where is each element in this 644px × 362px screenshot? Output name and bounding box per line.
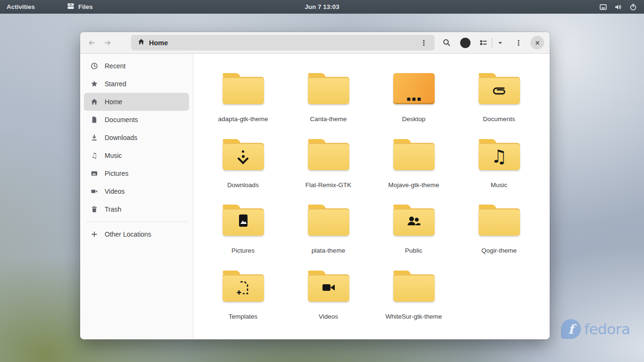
close-icon: [534, 40, 541, 46]
kebab-icon: [515, 39, 522, 47]
fedora-logo-icon: f: [561, 319, 581, 339]
file-grid: adapta-gtk-themeCanta-themeDesktopDocume…: [193, 54, 550, 336]
app-name-label: Files: [78, 3, 93, 10]
music-note-icon: ♫: [491, 148, 507, 165]
file-item[interactable]: Mojave-gtk-theme: [371, 139, 456, 205]
file-item[interactable]: ♫Music: [456, 139, 542, 205]
sidebar-item-label: Downloads: [105, 134, 137, 141]
star-icon: [91, 80, 98, 88]
sidebar-item-label: Documents: [105, 116, 138, 123]
file-item[interactable]: Desktop: [371, 73, 456, 139]
sidebar-item-label: Recent: [105, 62, 125, 70]
file-name: Documents: [483, 115, 515, 124]
power-icon[interactable]: [629, 3, 637, 11]
path-bar[interactable]: Home: [131, 35, 435, 50]
fedora-logo-text: fedora: [584, 321, 630, 337]
menu-button[interactable]: [512, 36, 526, 50]
folder-icon: [223, 271, 264, 302]
document-icon: [91, 116, 98, 123]
sidebar-item-label: Home: [105, 98, 122, 106]
view-options-dropdown[interactable]: [495, 36, 506, 50]
folder-icon: [223, 139, 264, 170]
file-item[interactable]: Templates: [200, 271, 286, 337]
list-view-button[interactable]: [477, 36, 489, 50]
view-toggle-group: [477, 36, 506, 50]
sidebar-item-label: Videos: [105, 188, 125, 195]
sidebar-item-documents[interactable]: Documents: [84, 111, 189, 129]
focused-app-menu[interactable]: Files: [64, 0, 96, 14]
file-item[interactable]: Flat-Remix-GTK: [286, 139, 371, 205]
sidebar-item-downloads[interactable]: Downloads: [84, 129, 189, 147]
close-button[interactable]: [530, 36, 544, 49]
file-name: Canta-theme: [310, 115, 347, 124]
folder-icon: ♫: [479, 139, 520, 170]
sidebar-item-videos[interactable]: Videos: [84, 182, 189, 200]
dark-circle-indicator[interactable]: [458, 36, 472, 50]
file-name: Templates: [229, 313, 258, 321]
sidebar-item-starred[interactable]: Starred: [84, 75, 189, 93]
folder-icon: [223, 73, 264, 104]
folder-icon: [393, 205, 435, 236]
people-icon: [405, 213, 423, 231]
file-item[interactable]: Public: [371, 205, 456, 271]
sidebar-item-trash[interactable]: Trash: [84, 200, 189, 218]
file-item[interactable]: Videos: [286, 271, 371, 337]
file-item[interactable]: Qogir-theme: [456, 205, 542, 271]
sidebar-item-music[interactable]: ♫Music: [84, 147, 189, 165]
search-button[interactable]: [439, 36, 454, 50]
network-icon[interactable]: [599, 3, 607, 11]
header-bar: Home: [80, 32, 550, 54]
file-item[interactable]: Documents: [456, 73, 542, 139]
home-icon: [138, 38, 145, 47]
sidebar-item-pictures[interactable]: Pictures: [84, 165, 189, 182]
sidebar-item-recent[interactable]: Recent: [84, 57, 189, 75]
video-camera-icon: [319, 279, 338, 297]
folder-icon: [223, 205, 264, 236]
download-icon: [91, 134, 98, 141]
clock-button[interactable]: Jun 7 13:03: [305, 3, 339, 10]
list-view-icon: [479, 39, 487, 47]
file-name: Flat-Remix-GTK: [305, 181, 352, 190]
sidebar-item-other-locations[interactable]: Other Locations: [84, 225, 189, 243]
back-button[interactable]: [85, 36, 98, 50]
folder-icon: [479, 73, 520, 104]
music-note-icon: ♫: [91, 152, 98, 159]
file-item[interactable]: adapta-gtk-theme: [200, 73, 286, 139]
file-item[interactable]: Downloads: [200, 139, 286, 205]
template-doc-icon: [234, 279, 253, 297]
file-item[interactable]: Pictures: [200, 205, 286, 271]
paperclip-icon: [490, 81, 509, 100]
path-label: Home: [149, 39, 417, 47]
download-arrow-icon: [239, 150, 247, 163]
forward-button[interactable]: [101, 36, 114, 50]
activities-button[interactable]: Activities: [0, 0, 41, 14]
folder-icon: [308, 139, 349, 170]
sidebar: RecentStarredHomeDocumentsDownloads♫Musi…: [80, 54, 193, 339]
fedora-watermark: f fedora: [561, 319, 630, 339]
image-icon: [91, 170, 98, 177]
file-name: Public: [405, 247, 422, 255]
volume-icon[interactable]: [614, 3, 622, 11]
search-icon: [443, 39, 451, 47]
file-name: adapta-gtk-theme: [218, 115, 268, 124]
file-name: Downloads: [227, 181, 259, 190]
clock-icon: [91, 62, 98, 70]
sidebar-item-label: Trash: [105, 206, 121, 213]
divider: [492, 38, 492, 48]
path-menu-button[interactable]: [417, 36, 431, 50]
video-camera-icon: [91, 188, 98, 195]
file-item[interactable]: Canta-theme: [286, 73, 371, 139]
file-name: Mojave-gtk-theme: [388, 181, 439, 190]
folder-icon: [479, 205, 520, 236]
kebab-icon: [420, 39, 428, 47]
sidebar-item-label: Pictures: [105, 170, 129, 177]
file-item[interactable]: plata-theme: [286, 205, 371, 271]
photo-icon: [234, 213, 253, 231]
home-icon: [91, 98, 98, 106]
sidebar-item-home[interactable]: Home: [84, 93, 189, 111]
folder-icon: [308, 73, 349, 104]
file-name: Qogir-theme: [481, 247, 517, 255]
dark-circle-icon: [460, 38, 471, 48]
file-item[interactable]: WhiteSur-gtk-theme: [371, 271, 456, 337]
chevron-down-icon: [496, 39, 504, 47]
